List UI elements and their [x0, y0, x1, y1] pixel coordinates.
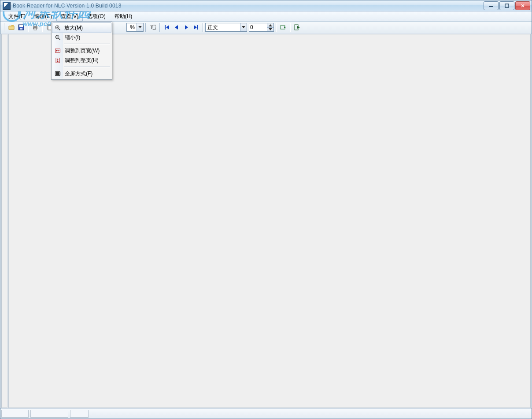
menu-fullscreen-label: 全屏方式(F)	[65, 70, 92, 78]
svg-line-38	[59, 38, 60, 40]
nav-last-button[interactable]	[192, 23, 200, 32]
toolbar-separator	[203, 23, 203, 32]
menu-zoom-in[interactable]: 放大(M)	[52, 22, 111, 33]
svg-marker-21	[166, 25, 169, 30]
menu-separator	[64, 44, 110, 44]
app-icon	[3, 2, 11, 10]
menu-fit-page-label: 调整到整页(H)	[65, 57, 99, 64]
toolbar-separator	[159, 23, 160, 32]
menu-help[interactable]: 帮助(H)	[110, 11, 137, 22]
fit-width-icon	[54, 47, 61, 54]
svg-marker-42	[56, 50, 57, 52]
svg-line-34	[59, 29, 60, 30]
print-button[interactable]	[31, 23, 40, 32]
svg-rect-3	[505, 4, 509, 7]
svg-rect-2	[489, 6, 493, 7]
svg-rect-49	[56, 72, 59, 75]
menu-fit-width[interactable]: 调整到页宽(W)	[52, 46, 111, 56]
main-viewer[interactable]	[8, 34, 531, 408]
nav-next-button[interactable]	[182, 23, 191, 32]
svg-marker-28	[269, 28, 272, 30]
page-spin-buttons[interactable]	[267, 23, 273, 31]
svg-marker-43	[59, 50, 59, 52]
menu-view[interactable]: 查看(V)	[56, 11, 83, 22]
svg-marker-17	[138, 26, 142, 28]
zoom-percent-dropdown[interactable]: %	[126, 23, 144, 32]
svg-marker-46	[57, 59, 59, 59]
menubar: 文件(F) 编辑(E) 查看(V) 选项(O) 帮助(H)	[0, 11, 532, 22]
menu-option[interactable]: 选项(O)	[83, 11, 110, 22]
side-panel[interactable]	[1, 34, 7, 408]
svg-marker-23	[185, 25, 188, 30]
svg-rect-5	[19, 25, 23, 27]
svg-rect-9	[34, 28, 37, 30]
titlebar: Book Reader for NLC Version 1.0 Build 00…	[0, 0, 532, 11]
window-title: Book Reader for NLC Version 1.0 Build 00…	[13, 3, 122, 9]
svg-marker-47	[57, 61, 59, 62]
svg-marker-22	[175, 25, 178, 30]
toolbar-separator	[145, 23, 146, 32]
fit-page-icon	[54, 57, 61, 64]
nav-prev-button[interactable]	[172, 23, 181, 32]
toolbar-separator	[28, 23, 29, 32]
menu-fit-page[interactable]: 调整到整页(H)	[52, 56, 111, 65]
menu-zoom-out-label: 缩小(I)	[65, 34, 80, 41]
toolbar-separator	[42, 23, 43, 32]
svg-rect-8	[34, 25, 37, 26]
dropdown-arrow-icon[interactable]	[137, 23, 143, 31]
zoom-out-icon	[54, 34, 61, 41]
content-area	[0, 33, 532, 409]
menu-separator	[64, 67, 110, 67]
page-spinner[interactable]	[249, 23, 274, 32]
dropdown-arrow-icon[interactable]	[240, 23, 247, 31]
status-cell-3	[70, 410, 89, 418]
status-cell-2	[30, 410, 68, 418]
svg-rect-6	[20, 28, 22, 30]
menu-zoom-in-label: 放大(M)	[64, 24, 83, 32]
zoom-percent-value: %	[127, 24, 137, 30]
section-value: 正文	[206, 24, 240, 31]
exit-button[interactable]	[293, 23, 302, 32]
view-dropdown-menu: 放大(M) 缩小(I) 调整到页宽(W) 调整到整页(H) 全屏方式	[51, 22, 112, 80]
nav-first-button[interactable]	[163, 23, 171, 32]
save-button[interactable]	[17, 23, 26, 32]
svg-rect-19	[153, 25, 155, 30]
text-select-button[interactable]: T	[148, 23, 157, 32]
menu-fit-width-label: 调整到页宽(W)	[65, 47, 100, 55]
statusbar	[0, 408, 532, 419]
svg-marker-27	[269, 24, 272, 26]
status-cell-1	[1, 410, 29, 418]
maximize-button[interactable]	[499, 1, 514, 10]
menu-zoom-out[interactable]: 缩小(I)	[52, 33, 111, 42]
goto-button[interactable]	[279, 23, 288, 32]
window-controls	[484, 1, 530, 10]
section-dropdown[interactable]: 正文	[205, 23, 247, 32]
svg-marker-32	[297, 26, 300, 29]
menu-edit[interactable]: 编辑(E)	[30, 11, 56, 22]
svg-rect-20	[165, 25, 166, 30]
minimize-button[interactable]	[484, 1, 499, 10]
svg-marker-26	[242, 26, 245, 28]
svg-marker-24	[194, 25, 197, 30]
page-input[interactable]	[249, 24, 267, 31]
menu-fullscreen[interactable]: 全屏方式(F)	[52, 69, 111, 78]
open-button[interactable]	[7, 23, 16, 32]
app-window: 河东软件园 www.pc0359.cn Book Reader for NLC …	[0, 0, 532, 419]
zoom-in-icon	[54, 24, 61, 31]
close-button[interactable]	[515, 1, 530, 10]
menu-file[interactable]: 文件(F)	[4, 11, 30, 22]
toolbar-separator	[4, 23, 5, 32]
fullscreen-icon	[54, 70, 61, 77]
svg-rect-25	[197, 25, 198, 30]
toolbar-separator	[290, 23, 291, 32]
toolbar-separator	[276, 23, 277, 32]
